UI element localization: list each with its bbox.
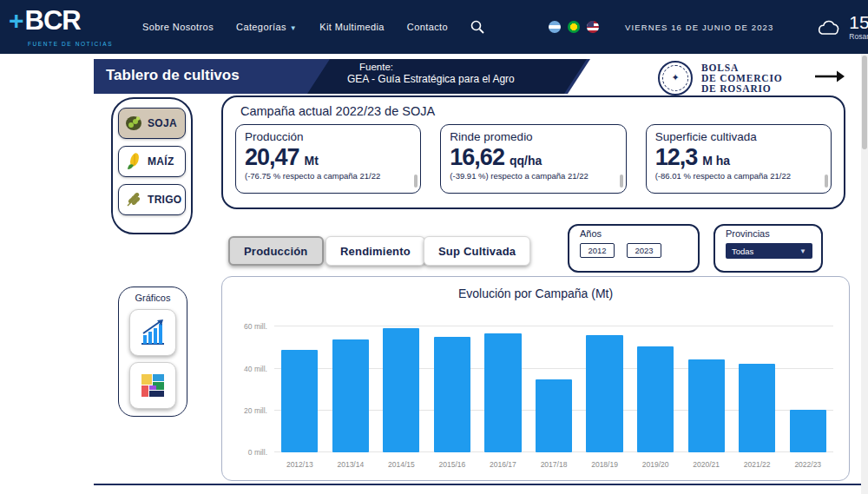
bar-2022/23[interactable]: [790, 410, 826, 452]
crops-dashboard: Tablero de cultivos Fuente: GEA - Guía E…: [94, 59, 861, 485]
y-axis-tick-label: 40 mill.: [227, 365, 267, 373]
nav-link-categorias-label: Categorías: [236, 22, 286, 32]
y-axis-tick-label: 0 mill.: [227, 448, 267, 457]
tab-rendimiento[interactable]: Rendimiento: [326, 236, 425, 266]
nav-link-contacto[interactable]: Contacto: [407, 22, 448, 32]
year-from-input[interactable]: [580, 243, 615, 258]
graficos-label: Gráficos: [119, 293, 187, 303]
bar-2021/22[interactable]: [739, 364, 775, 452]
org-name: BOLSA DE COMERCIO DE ROSARIO: [701, 63, 782, 94]
kpi-value: 12,3: [655, 144, 698, 171]
bar-slot: 2013/14: [326, 310, 377, 452]
x-axis-tick-label: 2022/23: [777, 460, 838, 469]
bar-slot: 2014/15: [376, 310, 427, 452]
kpi-card-produccion: Producción 20,47 Mt (-76.75 % respecto a…: [235, 124, 421, 194]
bar-slot: 2016/17: [477, 310, 529, 452]
kpi-unit: qq/ha: [510, 154, 542, 168]
next-page-arrow-icon[interactable]: [814, 69, 845, 87]
kpi-note-scrollbar[interactable]: [620, 175, 623, 188]
weather-city: Rosario: [849, 32, 868, 41]
kpi-note-scrollbar[interactable]: [414, 175, 418, 188]
bar-slot: 2012/13: [274, 310, 326, 452]
crop-button-soja[interactable]: SOJA: [118, 108, 186, 139]
evolution-chart-panel: Evolución por Campaña (Mt) 60 mill.40 mi…: [221, 276, 850, 481]
kpi-card-rinde: Rinde promedio 16,62 qq/ha (-39.91 %) re…: [440, 124, 626, 194]
bcr-org-logo: BOLSA DE COMERCIO DE ROSARIO: [658, 61, 782, 96]
page-scrollbar[interactable]: [861, 54, 868, 494]
corn-icon: [124, 152, 143, 171]
nav-links: Sobre Nosotros Categorías▼ Kit Multimedi…: [142, 22, 448, 32]
bar-2015/16[interactable]: [434, 337, 470, 452]
chevron-down-icon: ▼: [799, 247, 806, 255]
kpi-unit: Mt: [305, 154, 319, 168]
chevron-down-icon: ▼: [290, 24, 297, 32]
nav-link-kit-multimedia[interactable]: Kit Multimedia: [319, 22, 385, 32]
bar-slot: 2015/16: [427, 310, 478, 452]
current-date: VIERNES 16 DE JUNIO DE 2023: [625, 23, 773, 32]
y-axis-tick-label: 60 mill.: [227, 322, 267, 331]
crop-button-label: SOJA: [148, 117, 177, 129]
bar-2019/20[interactable]: [637, 346, 674, 452]
kpi-title: Producción: [245, 130, 411, 143]
nav-link-sobre-nosotros[interactable]: Sobre Nosotros: [142, 22, 214, 32]
crop-button-label: TRIGO: [148, 194, 182, 206]
campaign-panel: Campaña actual 2022/23 de SOJA Producció…: [221, 96, 845, 209]
org-name-line3: DE ROSARIO: [701, 83, 782, 94]
org-name-line2: DE COMERCIO: [701, 73, 782, 83]
crop-button-maiz[interactable]: MAÍZ: [118, 146, 186, 177]
bar-slot: 2019/20: [630, 310, 681, 452]
bar-slot: 2018/19: [579, 310, 630, 452]
years-filter: Años: [568, 224, 700, 273]
provinces-dropdown[interactable]: Todas ▼: [726, 243, 812, 259]
campaign-title: Campaña actual 2022/23 de SOJA: [240, 104, 832, 118]
flag-argentina-icon[interactable]: [549, 21, 561, 33]
treemap-view-button[interactable]: [129, 362, 176, 409]
tab-produccion[interactable]: Producción: [228, 236, 324, 266]
crop-button-trigo[interactable]: TRIGO: [118, 184, 186, 215]
flag-brazil-icon[interactable]: [568, 21, 580, 33]
bar-2012/13[interactable]: [281, 350, 318, 452]
bcr-logo-text: BCR: [25, 7, 81, 34]
kpi-note: (-39.91 %) respecto a campaña 21/22: [450, 171, 616, 186]
bars: 2012/132013/142014/152015/162016/172017/…: [274, 310, 833, 452]
graficos-panel: Gráficos: [118, 287, 187, 417]
crop-button-label: MAÍZ: [148, 155, 174, 168]
kpi-title: Rinde promedio: [450, 130, 616, 143]
bar-slot: 2017/18: [529, 310, 580, 452]
flag-usa-icon[interactable]: [587, 21, 599, 33]
provinces-selected-value: Todas: [732, 247, 753, 256]
kpi-title: Superficie cultivada: [655, 130, 822, 143]
nav-link-categorias[interactable]: Categorías▼: [236, 22, 297, 32]
language-flags: [549, 21, 599, 33]
bar-2018/19[interactable]: [586, 335, 622, 452]
top-navbar: + BCR FUENTE DE NOTICIAS Sobre Nosotros …: [0, 0, 868, 54]
kpi-note-scrollbar[interactable]: [825, 175, 828, 188]
search-icon[interactable]: [470, 20, 484, 34]
bcr-logo[interactable]: + BCR FUENTE DE NOTICIAS: [9, 7, 120, 47]
kpi-value: 16,62: [450, 144, 504, 171]
chart-title: Evolución por Campaña (Mt): [222, 287, 849, 300]
kpi-unit: M ha: [702, 154, 730, 168]
tab-sup-cultivada[interactable]: Sup Cultivada: [424, 236, 530, 266]
weather-widget: 15° Rosario: [815, 13, 868, 41]
bar-2014/15[interactable]: [383, 328, 419, 452]
page-scrollbar-thumb[interactable]: [862, 56, 867, 149]
wheat-icon: [124, 190, 143, 209]
bar-chart-view-button[interactable]: [129, 309, 176, 356]
bar-2017/18[interactable]: [536, 379, 572, 452]
bar-2020/21[interactable]: [688, 359, 725, 452]
bcr-logo-tagline: FUENTE DE NOTICIAS: [28, 41, 113, 47]
year-to-input[interactable]: [627, 243, 661, 258]
bar-2016/17[interactable]: [484, 333, 521, 452]
provinces-label: Provincias: [726, 228, 811, 239]
bar-slot: 2022/23: [782, 310, 833, 452]
dashboard-source: Fuente: GEA - Guía Estratégica para el A…: [307, 59, 587, 94]
source-value: GEA - Guía Estratégica para el Agro: [347, 73, 587, 85]
kpi-note: (-76.75 % respecto a campaña 21/22: [245, 171, 411, 186]
bar-slot: 2020/21: [681, 310, 732, 452]
treemap-icon: [138, 371, 168, 400]
dashboard-title: Tablero de cultivos: [106, 67, 240, 84]
bar-2013/14[interactable]: [332, 339, 369, 452]
weather-temp: 15°: [849, 13, 868, 31]
bar-chart-icon: [138, 318, 168, 347]
